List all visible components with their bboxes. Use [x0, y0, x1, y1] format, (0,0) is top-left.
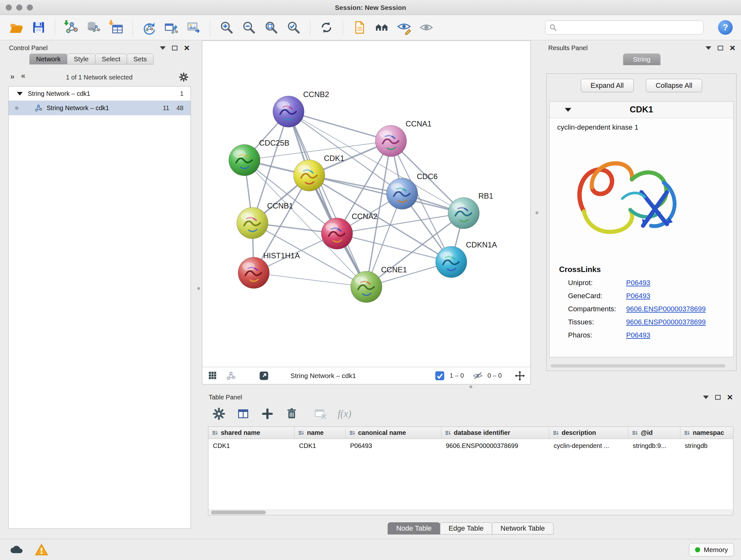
network-node-CCNA2[interactable]	[321, 218, 353, 249]
tab-node-table[interactable]: Node Table	[388, 522, 441, 535]
network-node-CDKN1A[interactable]	[435, 246, 467, 278]
open-in-browser-icon[interactable]	[259, 370, 269, 381]
expand-all-button[interactable]: Expand All	[581, 79, 634, 92]
tab-select[interactable]: Select	[95, 54, 127, 64]
crosslink-link[interactable]: P06493	[626, 279, 650, 287]
table-hscroll-thumb[interactable]	[211, 510, 266, 514]
table-cell[interactable]: 9606.ENSP00000378699	[441, 442, 549, 449]
tree-expand-icon[interactable]	[17, 92, 23, 96]
network-node-CCNA1[interactable]	[375, 125, 407, 157]
cloud-icon[interactable]	[9, 543, 23, 557]
zoom-out-button[interactable]	[241, 19, 257, 36]
tab-string[interactable]: String	[623, 54, 661, 65]
show-columns-icon[interactable]	[236, 407, 250, 421]
table-cell[interactable]: CDK1	[208, 442, 294, 449]
network-node-RB1[interactable]	[448, 198, 479, 229]
panel-menu-icon[interactable]	[160, 46, 165, 50]
pan-crosshair-icon[interactable]	[515, 370, 525, 381]
collapse-all-button[interactable]: Collapse All	[646, 79, 702, 92]
refresh-network-button[interactable]	[319, 19, 334, 36]
import-network-from-database-button[interactable]	[86, 19, 102, 36]
network-options-gear-icon[interactable]	[179, 72, 189, 82]
network-node-CDC25B[interactable]	[229, 145, 260, 176]
column-header-namespac[interactable]: namespac	[680, 427, 733, 439]
new-network-button[interactable]	[141, 19, 157, 36]
import-table-from-file-button[interactable]	[108, 19, 124, 36]
network-from-table-button[interactable]	[163, 19, 179, 36]
splitter-handle[interactable]	[469, 385, 472, 388]
crosslink-link[interactable]: 9606.ENSP00000378699	[626, 305, 706, 313]
network-node-HIST1H1A[interactable]	[238, 257, 269, 289]
minimize-window-button[interactable]	[16, 4, 22, 10]
panel-close-icon[interactable]: ×	[727, 392, 733, 402]
tab-edge-table[interactable]: Edge Table	[440, 522, 492, 535]
network-node-CDC6[interactable]	[387, 178, 418, 209]
panel-menu-icon[interactable]	[703, 395, 709, 399]
network-row-selected[interactable]: String Network – cdk1 11 48	[9, 101, 191, 115]
zoom-selected-button[interactable]	[286, 19, 301, 36]
memory-button[interactable]: Memory	[689, 543, 734, 557]
network-node-CCNB1[interactable]	[237, 207, 268, 239]
import-network-from-file-button[interactable]	[64, 19, 79, 36]
zoom-fit-button[interactable]	[263, 19, 279, 36]
panel-float-icon[interactable]	[172, 46, 178, 51]
close-window-button[interactable]	[6, 4, 12, 10]
network-collection-row[interactable]: String Network – cdk1 1	[9, 86, 191, 101]
warning-icon[interactable]	[35, 543, 49, 557]
help-button[interactable]: ?	[718, 20, 733, 35]
table-cell[interactable]: cyclin-dependent ...	[549, 442, 628, 449]
maximize-window-button[interactable]	[27, 4, 33, 10]
network-node-CCNB2[interactable]	[273, 96, 304, 127]
column-header--id[interactable]: @id	[628, 427, 680, 439]
table-cell[interactable]: P06493	[346, 442, 441, 449]
panel-menu-icon[interactable]	[705, 46, 711, 50]
splitter-handle[interactable]	[536, 211, 538, 214]
collapse-card-icon[interactable]	[565, 108, 571, 112]
selected-items-checkbox-icon[interactable]	[434, 370, 445, 381]
table-row[interactable]: CDK1CDK1P064939606.ENSP00000378699cyclin…	[208, 439, 733, 452]
zoom-in-button[interactable]	[219, 19, 234, 36]
copy-snapshot-button[interactable]	[351, 19, 367, 36]
show-graphics-details-button[interactable]	[396, 19, 412, 36]
column-header-shared-name[interactable]: shared name	[208, 427, 294, 439]
column-header-description[interactable]: description	[549, 427, 628, 439]
crosslink-link[interactable]: P06493	[626, 292, 650, 300]
panel-close-icon[interactable]: ×	[184, 43, 190, 53]
search-input[interactable]	[560, 24, 699, 31]
protein-card-header[interactable]: CDK1	[549, 102, 733, 118]
network-type-footer-icon[interactable]	[225, 370, 236, 381]
panel-float-icon[interactable]	[715, 395, 721, 400]
network-node-CCNE1[interactable]	[351, 271, 382, 303]
search-field[interactable]	[545, 20, 703, 35]
panel-float-icon[interactable]	[718, 46, 723, 51]
birds-eye-toggle-icon[interactable]	[207, 370, 218, 381]
hidden-items-eye-icon[interactable]	[472, 370, 483, 381]
add-column-icon[interactable]	[260, 407, 274, 421]
column-header-name[interactable]: name	[294, 427, 346, 439]
table-cell[interactable]: stringdb	[680, 442, 733, 449]
table-cell[interactable]: CDK1	[294, 442, 346, 449]
tab-network[interactable]: Network	[29, 54, 67, 64]
tab-style[interactable]: Style	[67, 54, 95, 64]
table-cell[interactable]: stringdb:9...	[628, 442, 680, 449]
collapse-all-networks-icon[interactable]: »	[10, 72, 14, 81]
column-header-database-identifier[interactable]: database identifier	[441, 427, 549, 439]
table-settings-gear-icon[interactable]	[212, 407, 226, 421]
crosslink-link[interactable]: P06493	[626, 331, 650, 339]
results-scrollbar[interactable]	[550, 364, 725, 368]
export-image-button[interactable]	[186, 19, 202, 36]
crosslink-link[interactable]: 9606.ENSP00000378699	[626, 318, 706, 326]
tab-sets[interactable]: Sets	[127, 54, 153, 64]
splitter-handle[interactable]	[197, 287, 200, 290]
expand-all-networks-icon[interactable]: »	[21, 72, 25, 81]
tab-network-table[interactable]: Network Table	[492, 522, 553, 535]
panel-close-icon[interactable]: ×	[730, 43, 735, 53]
network-canvas[interactable]: CCNB2CCNA1CDC25BCDK1CDC6RB1CCNB1CCNA2CDK…	[202, 41, 530, 367]
birds-eye-view-button[interactable]	[418, 19, 434, 36]
network-node-CDK1[interactable]	[293, 160, 325, 191]
delete-column-icon[interactable]	[285, 407, 299, 421]
save-session-button[interactable]	[30, 19, 47, 36]
open-session-button[interactable]	[8, 19, 24, 36]
column-header-canonical-name[interactable]: canonical name	[346, 427, 441, 439]
string-protein-query-button[interactable]	[374, 19, 390, 36]
